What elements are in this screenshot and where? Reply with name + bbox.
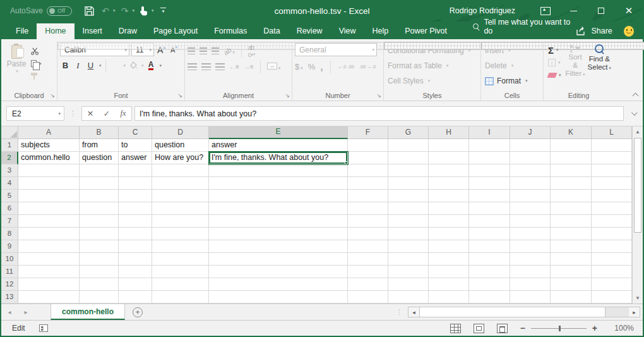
cell-i6[interactable] [469, 202, 510, 215]
cell-h1[interactable] [429, 139, 469, 152]
cell-h11[interactable] [429, 266, 469, 278]
customize-qat-button[interactable]: ▾ [157, 4, 170, 18]
cell-j7[interactable] [510, 215, 551, 228]
cell-k7[interactable] [551, 215, 592, 228]
comma-style-button[interactable]: , [320, 61, 323, 73]
close-button[interactable]: ✕ [615, 0, 643, 21]
collapse-ribbon-button[interactable] [633, 92, 638, 97]
font-color-dropdown[interactable]: ▾ [160, 63, 162, 68]
underline-dropdown[interactable]: ▾ [99, 63, 102, 68]
cell-f11[interactable] [348, 266, 388, 278]
cut-button[interactable] [29, 45, 44, 57]
increase-decimal-button[interactable]: ←.0 .00 [338, 64, 354, 69]
cell-b5[interactable] [80, 190, 119, 202]
cell-c4[interactable] [119, 177, 152, 190]
format-as-table-button[interactable]: Format as Table▾ [386, 58, 478, 73]
cell-d4[interactable] [152, 177, 209, 190]
cell-g10[interactable] [388, 253, 429, 266]
cell-g3[interactable] [388, 164, 429, 177]
cell-c3[interactable] [119, 164, 152, 177]
cell-f8[interactable] [348, 228, 388, 240]
cell-f12[interactable] [348, 278, 388, 291]
tab-file[interactable]: File [8, 23, 37, 39]
row-header-2[interactable]: 2 [1, 152, 18, 164]
zoom-out-button[interactable]: − [520, 324, 525, 333]
cell-f5[interactable] [348, 190, 388, 202]
cell-styles-button[interactable]: Cell Styles▾ [386, 73, 478, 89]
cell-b11[interactable] [80, 266, 119, 278]
cell-c8[interactable] [119, 228, 152, 240]
cell-a5[interactable] [18, 190, 80, 202]
cell-k11[interactable] [551, 266, 592, 278]
cell-d12[interactable] [152, 278, 209, 291]
row-header-5[interactable]: 5 [1, 190, 18, 202]
increase-indent-button[interactable]: →≡ [244, 63, 254, 70]
cell-c5[interactable] [119, 190, 152, 202]
insert-function-button[interactable]: fx [115, 107, 131, 120]
cell-e10[interactable] [209, 253, 348, 266]
cell-c10[interactable] [119, 253, 152, 266]
cell-a3[interactable] [18, 164, 80, 177]
align-right-button[interactable] [215, 63, 225, 70]
tab-draw[interactable]: Draw [110, 23, 145, 39]
next-sheet-arrow[interactable]: ▸ [18, 304, 34, 320]
cell-f9[interactable] [348, 240, 388, 253]
zoom-level[interactable]: 100% [610, 324, 634, 333]
borders-button[interactable] [110, 59, 121, 72]
cell-b8[interactable] [80, 228, 119, 240]
cell-g9[interactable] [388, 240, 429, 253]
cell-g8[interactable] [388, 228, 429, 240]
column-header-b[interactable]: B [80, 126, 119, 139]
bold-button[interactable]: B [60, 59, 71, 72]
cell-l2[interactable] [592, 152, 632, 164]
tab-insert[interactable]: Insert [75, 23, 110, 39]
cell-c11[interactable] [119, 266, 152, 278]
fill-button[interactable]: ↓▾ [546, 57, 563, 68]
cell-d1[interactable]: question [152, 139, 209, 152]
cancel-button[interactable]: ✕ [82, 107, 98, 120]
row-header-6[interactable]: 6 [1, 202, 18, 215]
cell-g6[interactable] [388, 202, 429, 215]
zoom-slider[interactable] [531, 328, 587, 329]
row-header-11[interactable]: 11 [1, 266, 18, 278]
cell-c9[interactable] [119, 240, 152, 253]
paste-button[interactable]: Paste ▾ [4, 43, 29, 82]
font-color-button[interactable]: A [146, 59, 157, 72]
cell-d5[interactable] [152, 190, 209, 202]
cell-d9[interactable] [152, 240, 209, 253]
cell-b12[interactable] [80, 278, 119, 291]
cell-h9[interactable] [429, 240, 469, 253]
cell-h13[interactable] [429, 291, 469, 303]
cell-k1[interactable] [551, 139, 592, 152]
cell-f6[interactable] [348, 202, 388, 215]
cell-j9[interactable] [510, 240, 551, 253]
top-align-button[interactable] [188, 47, 195, 54]
cell-c12[interactable] [119, 278, 152, 291]
page-break-preview-button[interactable] [497, 324, 508, 333]
user-name[interactable]: Rodrigo Rodriguez [450, 6, 515, 15]
format-painter-button[interactable] [29, 70, 44, 82]
cell-k10[interactable] [551, 253, 592, 266]
cell-c2[interactable]: answer [119, 152, 152, 164]
normal-view-button[interactable] [450, 324, 461, 333]
cell-e9[interactable] [209, 240, 348, 253]
wrap-text-button[interactable]: abc↵ [248, 44, 255, 58]
tab-review[interactable]: Review [289, 23, 331, 39]
new-sheet-button[interactable]: + [125, 304, 150, 320]
expand-formula-bar-button[interactable] [626, 106, 640, 121]
cell-b13[interactable] [80, 291, 119, 303]
align-left-button[interactable] [188, 63, 197, 70]
cell-j10[interactable] [510, 253, 551, 266]
cell-d10[interactable] [152, 253, 209, 266]
tab-home[interactable]: Home [37, 23, 74, 39]
cell-l10[interactable] [592, 253, 632, 266]
cell-f2[interactable] [348, 152, 388, 164]
clear-button[interactable]: ▾ [546, 70, 563, 81]
row-header-7[interactable]: 7 [1, 215, 18, 228]
column-header-f[interactable]: F [348, 126, 388, 139]
cell-j2[interactable] [510, 152, 551, 164]
cell-i13[interactable] [469, 291, 510, 303]
cell-g7[interactable] [388, 215, 429, 228]
cell-b3[interactable] [80, 164, 119, 177]
cell-h8[interactable] [429, 228, 469, 240]
